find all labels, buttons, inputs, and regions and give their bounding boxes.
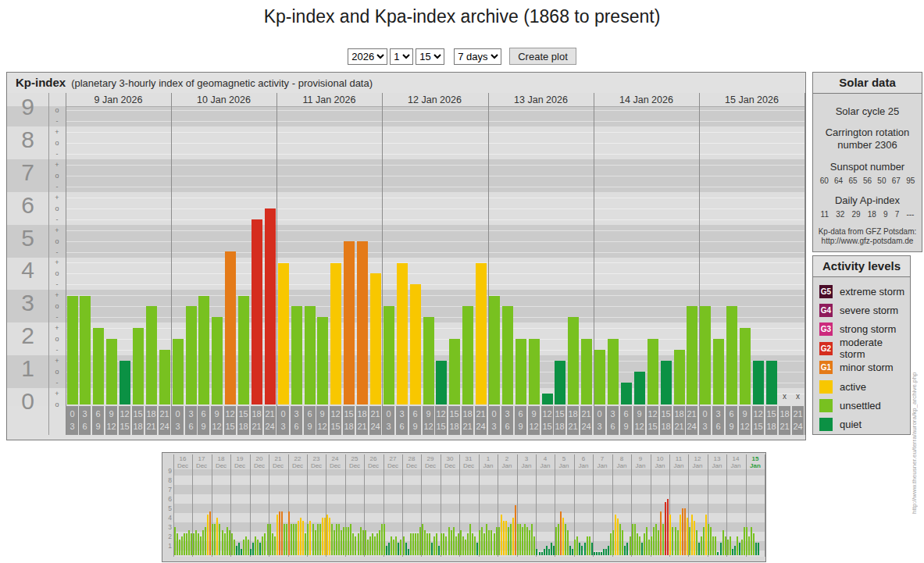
mini-day-label: 10Jan: [651, 455, 669, 469]
mini-kp-bar: [222, 530, 223, 555]
no-data-marker: x: [778, 392, 791, 401]
mini-kp-bar: [727, 540, 729, 555]
hour-label: 1518: [765, 406, 777, 435]
kp-bar: [106, 339, 117, 404]
mini-kp-bar: [555, 527, 557, 555]
hour-label: 03: [172, 406, 184, 435]
activity-level-row: G1minor storm: [813, 358, 910, 377]
hour-label: 912: [211, 406, 223, 435]
ap-value: 9: [883, 210, 888, 219]
activity-level-label: quiet: [840, 419, 862, 430]
hour-label: 1215: [435, 406, 447, 435]
mini-kp-bar: [224, 533, 226, 555]
hour-label: 36: [501, 406, 513, 435]
mini-day-label: 18Dec: [212, 455, 230, 469]
mini-kp-bar: [415, 533, 416, 555]
mini-kp-bar: [395, 536, 397, 555]
mini-kp-bar: [474, 536, 476, 555]
mini-kp-bar: [751, 527, 752, 555]
kp-bar: [225, 251, 236, 404]
y-subscale-mark: -: [49, 150, 65, 158]
mini-kp-bar: [381, 524, 383, 555]
mini-kp-bar: [758, 543, 759, 555]
mini-kp-bar: [317, 524, 319, 555]
create-plot-button[interactable]: Create plot: [509, 48, 576, 65]
mini-kp-bar: [350, 524, 351, 555]
kp-panel-title: Kp-index: [16, 76, 66, 89]
activity-level-row: active: [813, 377, 910, 396]
kp-bar: [489, 296, 500, 404]
mini-kp-bar: [195, 530, 197, 555]
y-axis-label: 3: [7, 290, 48, 316]
mini-kp-bar: [662, 524, 664, 555]
mini-kp-bar: [567, 530, 569, 555]
activity-level-label: minor storm: [840, 362, 894, 373]
mini-kp-bar: [367, 540, 369, 555]
activity-level-row: G4severe storm: [813, 301, 910, 319]
mini-day-label: 13Jan: [708, 455, 726, 469]
mini-kp-bar: [512, 518, 514, 555]
hour-label: 69: [620, 406, 632, 435]
kp-bar: [278, 263, 289, 404]
y-subscale-mark: -: [49, 346, 65, 354]
mini-kp-bar: [358, 533, 359, 555]
y-axis-label: 1: [7, 355, 48, 382]
hour-label: 1821: [673, 406, 685, 435]
mini-kp-bar: [639, 536, 640, 555]
hour-label: 1215: [647, 406, 658, 435]
mini-kp-bar: [441, 533, 442, 555]
hour-label: 1215: [119, 406, 130, 435]
mini-kp-bar: [732, 549, 733, 555]
kp-panel-subtitle: (planetary 3-hourly index of geomagnetic…: [71, 77, 373, 89]
mini-kp-bar: [207, 515, 209, 555]
kp-bar: [568, 317, 579, 404]
day-select[interactable]: 15: [416, 48, 444, 65]
mini-kp-bar: [701, 536, 702, 555]
mini-day-label: 25Dec: [345, 455, 364, 469]
period-select[interactable]: 7 days: [454, 48, 501, 65]
mini-y-label: 5: [163, 504, 172, 512]
activity-level-row: G5extreme storm: [813, 282, 910, 301]
mini-kp-bar: [326, 515, 328, 555]
mini-kp-bar: [505, 521, 507, 555]
mini-kp-bar: [494, 533, 495, 555]
mini-kp-bar: [448, 527, 450, 555]
day-separator: [276, 93, 277, 435]
mini-day-label: 19Dec: [230, 455, 249, 469]
mini-kp-bar: [264, 533, 266, 555]
mini-kp-bar: [596, 552, 598, 555]
kp-bar: [133, 328, 144, 404]
day-separator: [804, 93, 805, 435]
kp-bar: [357, 241, 368, 404]
kp-overview-chart: 98765432116Dec17Dec18Dec19Dec20Dec21Dec2…: [163, 454, 765, 561]
mini-kp-bar: [648, 540, 650, 555]
mini-kp-bar: [429, 533, 430, 555]
mini-kp-bar: [687, 518, 688, 555]
gridline: [66, 262, 804, 263]
y-subscale-mark: +: [49, 390, 65, 397]
mini-kp-bar: [300, 518, 301, 555]
mini-kp-bar: [565, 524, 566, 555]
activity-level-row: unsettled: [813, 396, 910, 415]
ap-index-values: 1132291897---: [813, 210, 922, 219]
mini-kp-bar: [322, 518, 323, 555]
mini-kp-bar: [188, 530, 190, 555]
day-header-label: 13 Jan 2026: [488, 94, 594, 105]
year-select[interactable]: 2026: [348, 48, 387, 65]
sunspot-value: 95: [906, 176, 915, 185]
mini-day-label: 2Jan: [498, 455, 516, 469]
activity-levels-panel: Activity levels G5extreme stormG4severe …: [812, 255, 911, 435]
month-select[interactable]: 1: [390, 48, 413, 65]
sunspot-label: Sunspot number: [813, 161, 922, 173]
mini-kp-bar: [227, 527, 228, 555]
mini-kp-bar: [431, 543, 433, 555]
hour-label: 69: [409, 406, 421, 435]
hour-label: 1215: [224, 406, 236, 435]
mini-kp-bar: [216, 518, 218, 555]
g2-level-swatch: G2: [819, 342, 833, 355]
hour-label: 36: [291, 406, 302, 435]
mini-kp-bar: [548, 549, 550, 555]
mini-kp-bar: [214, 524, 216, 555]
mini-kp-bar: [338, 524, 340, 555]
ap-value: ---: [906, 210, 914, 219]
